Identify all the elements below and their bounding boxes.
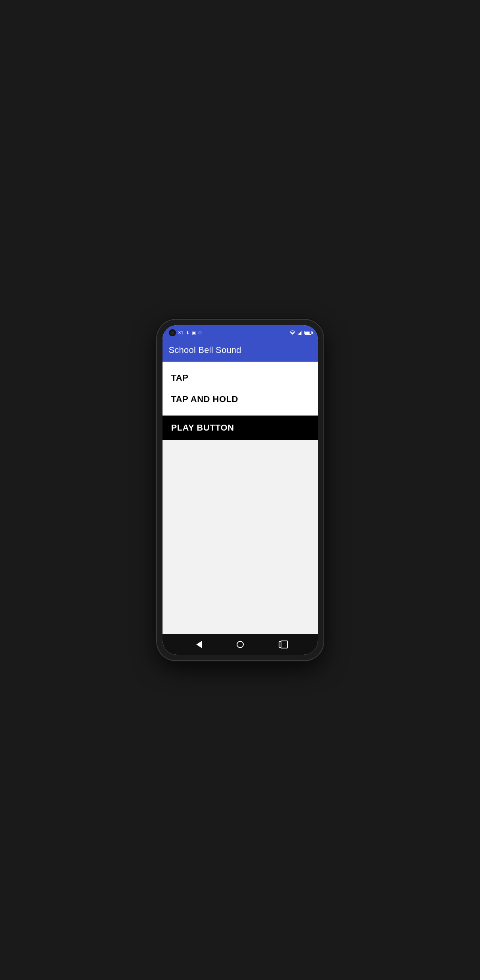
button-area[interactable] <box>163 440 318 634</box>
sim-icon: ▣ <box>192 330 196 336</box>
nav-bar <box>163 634 318 655</box>
home-icon <box>237 641 244 648</box>
home-button[interactable] <box>233 637 247 652</box>
status-time: 31 <box>178 330 184 336</box>
svg-rect-3 <box>301 331 302 335</box>
recents-button[interactable] <box>274 637 289 652</box>
status-right <box>289 330 312 335</box>
instruction-tap-hold[interactable]: TAP AND HOLD <box>171 394 309 404</box>
play-section: PLAY BUTTON <box>163 416 318 440</box>
status-left: 31 ⬇ ▣ ⊖ <box>169 329 202 336</box>
app-bar: School Bell Sound <box>163 339 318 362</box>
wifi-icon <box>289 330 296 335</box>
content-area: TAP TAP AND HOLD PLAY BUTTON <box>163 362 318 634</box>
tap-hold-label: TAP AND HOLD <box>171 394 238 404</box>
back-button[interactable] <box>192 637 206 652</box>
instructions-section: TAP TAP AND HOLD <box>163 362 318 416</box>
play-label: PLAY BUTTON <box>171 423 234 433</box>
battery-icon <box>304 331 312 335</box>
headset-icon: ⊖ <box>198 330 202 336</box>
back-icon <box>196 641 202 648</box>
svg-rect-0 <box>298 334 298 335</box>
app-title: School Bell Sound <box>169 345 241 355</box>
phone-frame: 31 ⬇ ▣ ⊖ Sc <box>157 320 323 660</box>
phone-screen: 31 ⬇ ▣ ⊖ Sc <box>163 325 318 655</box>
recents-icon <box>279 641 284 648</box>
tap-label: TAP <box>171 373 189 383</box>
camera-icon <box>169 329 176 336</box>
location-icon: ⬇ <box>186 330 189 336</box>
signal-icon <box>298 330 302 335</box>
status-bar: 31 ⬇ ▣ ⊖ <box>163 325 318 339</box>
svg-rect-2 <box>300 332 301 335</box>
instruction-tap[interactable]: TAP <box>171 373 309 383</box>
svg-rect-1 <box>299 333 300 335</box>
